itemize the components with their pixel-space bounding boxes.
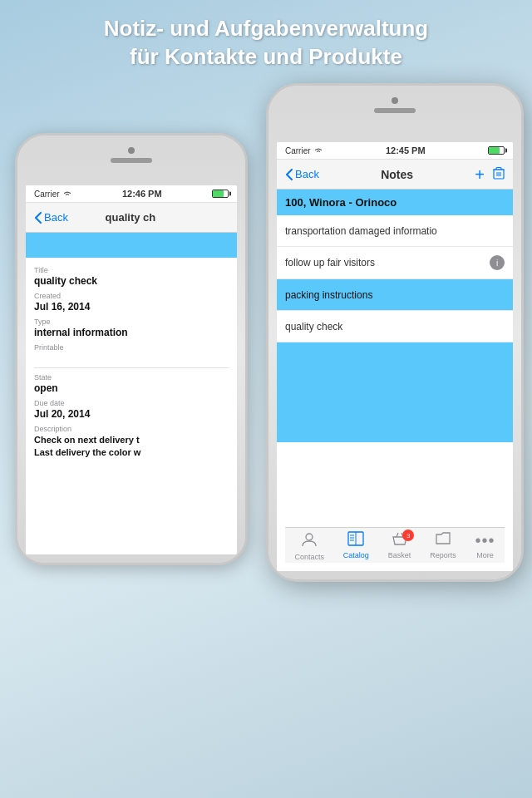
trash-icon: [493, 166, 505, 180]
note-text-2: follow up fair visitors: [285, 257, 375, 268]
phone-front-screen: Carrier 12:45 PM: [277, 142, 513, 571]
list-item[interactable]: follow up fair visitors i: [277, 247, 513, 279]
phone-back-screen: Carrier 12:46 PM: [26, 185, 237, 554]
catalog-icon: [347, 531, 364, 550]
tab-reports[interactable]: Reports: [430, 531, 456, 561]
phone-front: Carrier 12:45 PM: [266, 83, 524, 582]
back-label-state: State: [34, 373, 229, 382]
basket-badge: 3: [402, 530, 414, 541]
tab-basket[interactable]: 3 Basket: [388, 531, 411, 561]
back-label-duedate: Due date: [34, 399, 229, 407]
note-text-3: packing instructions: [285, 289, 372, 301]
phones-area: Carrier 12:46 PM: [0, 83, 532, 798]
reports-icon: [436, 531, 451, 550]
list-item[interactable]: transportation damaged informatio: [277, 215, 513, 247]
front-nav-actions: +: [475, 166, 505, 183]
front-status-bar: Carrier 12:45 PM: [277, 142, 513, 160]
phone-back: Carrier 12:46 PM: [15, 133, 248, 565]
front-speaker-bar: [374, 108, 416, 113]
person-icon: [301, 531, 318, 548]
contacts-icon: [301, 531, 318, 552]
front-battery: [488, 146, 505, 155]
back-label-created: Created: [34, 292, 229, 300]
svg-point-8: [306, 534, 313, 540]
front-wifi-icon: [313, 147, 323, 155]
note-badge-2: i: [490, 255, 505, 270]
front-nav-trash-btn[interactable]: [493, 166, 505, 183]
back-time: 12:46 PM: [122, 189, 162, 199]
folder-icon: [436, 531, 451, 546]
front-nav-plus-btn[interactable]: +: [475, 166, 485, 183]
phone-back-top-bar: [111, 147, 152, 163]
front-camera-dot: [392, 97, 398, 104]
front-chevron-icon: [285, 169, 293, 180]
back-battery: [212, 190, 229, 198]
list-item-selected[interactable]: packing instructions: [277, 279, 513, 311]
front-nav-title: Notes: [319, 168, 475, 181]
back-value-duedate: Jul 20, 2014: [34, 408, 229, 420]
front-carrier: Carrier: [285, 146, 323, 155]
back-value-title: quality check: [34, 275, 229, 287]
back-nav-back-btn[interactable]: Back: [34, 211, 68, 224]
back-label-title: Title: [34, 266, 229, 274]
more-icon: •••: [475, 531, 495, 550]
wifi-icon: [62, 190, 72, 198]
back-nav-bar: Back quality ch: [26, 203, 237, 233]
note-text-4: quality check: [285, 321, 342, 332]
back-label-type: Type: [34, 318, 229, 326]
front-nav-back-btn[interactable]: Back: [285, 168, 319, 180]
note-text-1: transportation damaged informatio: [285, 225, 437, 237]
back-value-created: Jul 16, 2014: [34, 301, 229, 313]
tab-more-label: More: [476, 551, 494, 559]
back-speaker-bar: [111, 158, 152, 163]
app-header: Notiz- und Aufgabenverwaltung für Kontak…: [0, 0, 532, 80]
tab-contacts-label: Contacts: [294, 553, 324, 561]
back-label-printable: Printable: [34, 343, 229, 352]
back-nav-title: quality ch: [68, 211, 193, 224]
phone-front-top-bar: [374, 97, 416, 113]
header-title: Notiz- und Aufgabenverwaltung für Kontak…: [25, 15, 507, 71]
tab-catalog-label: Catalog: [343, 551, 369, 559]
back-value-description: Check on next delivery tLast delivery th…: [34, 434, 229, 460]
back-value-type: internal information: [34, 327, 229, 338]
back-detail-section: Title quality check Created Jul 16, 2014…: [26, 258, 237, 461]
back-value-state: open: [34, 382, 229, 394]
book-icon: [347, 531, 364, 546]
front-product-title: 100, Winora - Orinoco: [277, 190, 513, 215]
list-item[interactable]: quality check: [277, 311, 513, 342]
front-time: 12:45 PM: [386, 145, 426, 155]
tab-basket-label: Basket: [388, 551, 411, 559]
back-value-printable: [34, 352, 229, 364]
tab-more[interactable]: ••• More: [475, 531, 495, 561]
back-blue-bar: [26, 233, 237, 258]
tab-reports-label: Reports: [430, 551, 456, 559]
front-notes-list: transportation damaged informatio follow…: [277, 215, 513, 442]
tab-catalog[interactable]: Catalog: [343, 531, 369, 561]
back-carrier: Carrier: [34, 190, 72, 199]
front-nav-bar: Back Notes +: [277, 160, 513, 190]
back-status-bar: Carrier 12:46 PM: [26, 185, 237, 203]
blue-fill-area: [277, 342, 513, 442]
tab-contacts[interactable]: Contacts: [294, 531, 324, 561]
back-camera-dot: [128, 147, 135, 154]
back-label-description: Description: [34, 425, 229, 433]
back-chevron-icon: [34, 212, 42, 224]
front-tab-bar: Contacts Catalog: [285, 527, 505, 563]
